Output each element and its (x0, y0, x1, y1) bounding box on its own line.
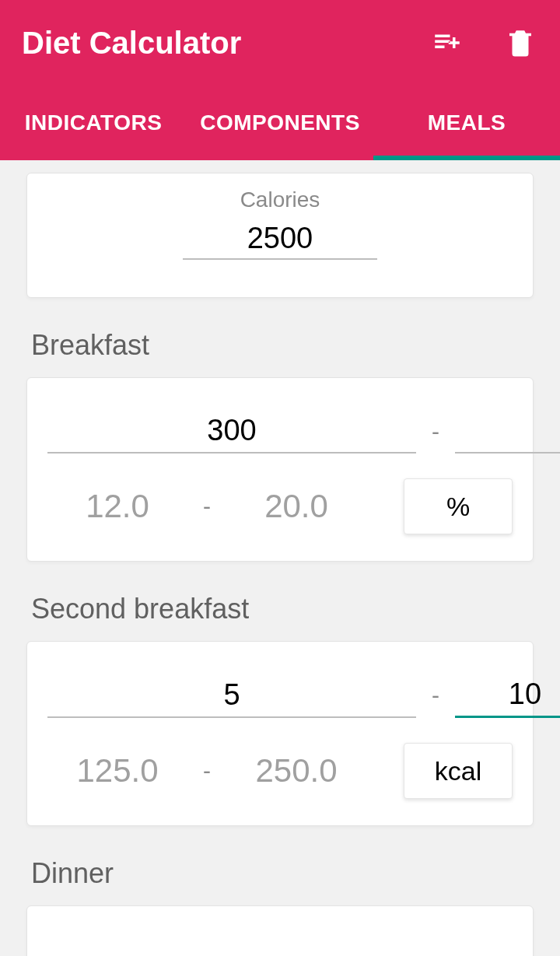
range-dash: - (187, 493, 226, 520)
meal-title-breakfast: Breakfast (31, 329, 534, 362)
meal-title-second-breakfast: Second breakfast (31, 593, 534, 625)
breakfast-max-input[interactable] (455, 409, 560, 453)
second-breakfast-unit-toggle[interactable]: kcal (404, 743, 513, 799)
second-breakfast-min-input[interactable] (47, 674, 416, 718)
second-breakfast-max-input[interactable] (455, 673, 560, 718)
breakfast-unit-toggle[interactable]: % (404, 478, 513, 534)
trash-icon[interactable] (502, 25, 538, 61)
tab-bar: INDICATORS COMPONENTS MEALS (0, 86, 560, 160)
second-breakfast-secondary-max: 250.0 (226, 752, 366, 790)
calories-label: Calories (27, 187, 533, 212)
breakfast-secondary-max: 20.0 (226, 488, 366, 525)
tab-meals[interactable]: MEALS (373, 86, 560, 160)
second-breakfast-secondary-min: 125.0 (47, 752, 187, 790)
calories-input[interactable] (183, 219, 377, 260)
meal-card-dinner (26, 905, 534, 956)
tab-components[interactable]: COMPONENTS (187, 86, 373, 160)
breakfast-secondary-min: 12.0 (47, 488, 187, 525)
breakfast-min-input[interactable] (47, 409, 416, 453)
app-title: Diet Calculator (22, 26, 429, 61)
meal-card-breakfast: - kcal 12.0 - 20.0 % (26, 377, 534, 562)
range-dash: - (416, 418, 455, 445)
playlist-add-icon[interactable] (429, 25, 465, 61)
meal-title-dinner: Dinner (31, 857, 534, 890)
meal-card-second-breakfast: - % 125.0 - 250.0 kcal (26, 641, 534, 826)
range-dash: - (187, 758, 226, 784)
app-bar: Diet Calculator INDICATORS COMPONENTS ME… (0, 0, 560, 160)
calories-card: Calories (26, 173, 534, 298)
tab-indicators[interactable]: INDICATORS (0, 86, 187, 160)
range-dash: - (416, 682, 455, 709)
